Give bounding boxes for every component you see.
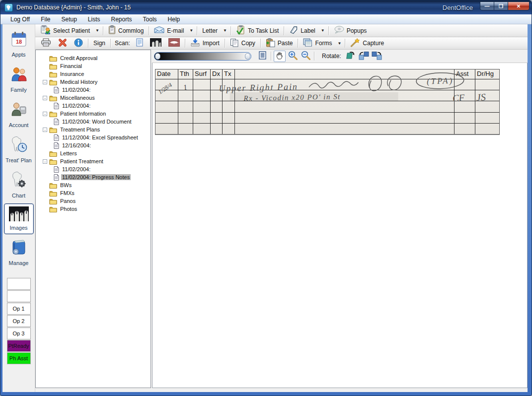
ph-asst-button[interactable]: Ph Asst bbox=[7, 352, 31, 364]
collapse-toggle[interactable]: - bbox=[43, 159, 47, 164]
rotate-left-button[interactable] bbox=[358, 51, 370, 62]
tree-item-credit-approval[interactable]: Credit Approval bbox=[43, 54, 150, 62]
crop-tool-button[interactable] bbox=[256, 51, 268, 62]
slider-knob-left[interactable] bbox=[155, 53, 160, 60]
rotate-right-button[interactable] bbox=[371, 51, 383, 62]
to-task-list-button[interactable]: To Task List bbox=[232, 25, 282, 36]
menu-help[interactable]: Help bbox=[163, 15, 185, 24]
label-dropdown[interactable]: ▼ bbox=[319, 25, 327, 36]
op-slot-empty-1[interactable] bbox=[7, 278, 31, 290]
copy-button[interactable]: Copy bbox=[227, 38, 259, 49]
collapse-toggle[interactable]: - bbox=[43, 80, 47, 84]
print-button[interactable] bbox=[37, 38, 55, 49]
paste-button[interactable]: Paste bbox=[262, 38, 297, 49]
image-canvas[interactable]: Date Tth Surf Dx Tx Asst Dr/Hg bbox=[152, 63, 528, 388]
select-patient-button[interactable]: Select Patient bbox=[37, 25, 93, 36]
folder-icon bbox=[49, 79, 57, 85]
menu-reports[interactable]: Reports bbox=[106, 15, 137, 24]
tree-item-miscellaneous[interactable]: -Miscellaneous bbox=[43, 94, 150, 102]
menu-tools[interactable]: Tools bbox=[138, 15, 162, 24]
menu-log-off[interactable]: Log Off bbox=[5, 15, 35, 24]
collapse-toggle[interactable]: - bbox=[43, 112, 47, 116]
tree-item-document[interactable]: 11/02/2004: bbox=[43, 102, 150, 110]
menu-file[interactable]: File bbox=[36, 15, 55, 24]
scan-xray-button[interactable] bbox=[147, 38, 165, 49]
tree-item-patient-information[interactable]: -Patient Information bbox=[43, 110, 150, 118]
label-button[interactable]: Label bbox=[286, 25, 318, 36]
capture-button[interactable]: Capture bbox=[347, 38, 387, 49]
folder-icon bbox=[49, 190, 57, 197]
import-button[interactable]: Import bbox=[187, 38, 223, 49]
task-list-icon bbox=[236, 25, 245, 36]
op-1-button[interactable]: Op 1 bbox=[7, 303, 31, 315]
minimize-button[interactable]: — bbox=[480, 1, 494, 10]
collapse-toggle[interactable]: - bbox=[43, 96, 47, 100]
sidebar-item-family[interactable]: Family bbox=[4, 63, 34, 96]
paste-label: Paste bbox=[278, 40, 293, 47]
tree-item-document[interactable]: 11/02/2004: bbox=[43, 86, 150, 94]
toolbar-separator bbox=[345, 39, 345, 48]
collapse-toggle[interactable]: - bbox=[43, 128, 47, 132]
zoom-out-button[interactable] bbox=[300, 51, 311, 62]
menu-bar: Log Off File Setup Lists Reports Tools H… bbox=[0, 14, 532, 24]
brightness-contrast-slider[interactable] bbox=[154, 52, 251, 61]
delete-button[interactable] bbox=[55, 38, 71, 49]
scanned-progress-note[interactable]: Date Tth Surf Dx Tx Asst Dr/Hg bbox=[155, 69, 500, 135]
tree-item-panos[interactable]: Panos bbox=[43, 197, 150, 205]
tree-item-bws[interactable]: BWs bbox=[43, 181, 150, 189]
rotate-left-icon bbox=[358, 51, 370, 62]
commlog-button[interactable]: Commlog bbox=[105, 25, 147, 36]
close-button[interactable]: ✕ bbox=[508, 1, 530, 10]
slider-knob-right[interactable] bbox=[245, 53, 250, 60]
forms-button[interactable]: Forms bbox=[300, 38, 335, 49]
sidebar-item-manage[interactable]: Manage bbox=[4, 236, 34, 269]
sidebar-item-appts[interactable]: 18 Appts bbox=[4, 27, 34, 61]
tree-item-medical-history[interactable]: -Medical History bbox=[43, 78, 150, 86]
menu-lists[interactable]: Lists bbox=[83, 15, 105, 24]
sidebar-item-account[interactable]: Account bbox=[4, 98, 34, 132]
sidebar-item-images[interactable]: Images bbox=[4, 203, 34, 234]
label-label: Label bbox=[301, 27, 315, 34]
info-button[interactable] bbox=[71, 38, 86, 49]
tree-item-document[interactable]: 11/02/2004: bbox=[43, 165, 150, 173]
tree-item-letters[interactable]: Letters bbox=[43, 149, 150, 157]
tree-item-document[interactable]: 11/12/2004: Excel Spreadsheet bbox=[43, 133, 150, 141]
zoom-in-button[interactable] bbox=[287, 51, 299, 62]
forms-dropdown[interactable]: ▼ bbox=[335, 38, 343, 49]
op-slot-empty-2[interactable] bbox=[7, 290, 31, 302]
tree-item-insurance[interactable]: Insurance bbox=[43, 70, 150, 78]
viewer-toolbar: Rotate: bbox=[152, 50, 528, 63]
email-button[interactable]: E-mail bbox=[151, 25, 187, 36]
letter-dropdown[interactable]: ▼ bbox=[221, 25, 229, 36]
sidebar-item-chart[interactable]: Chart bbox=[4, 168, 34, 202]
sign-button[interactable]: Sign bbox=[90, 38, 109, 49]
letter-button[interactable]: Letter bbox=[199, 25, 221, 36]
sidebar-item-treat-plan[interactable]: Treat' Plan bbox=[4, 133, 34, 167]
flip-button[interactable] bbox=[345, 51, 357, 62]
tree-item-fmxs[interactable]: FMXs bbox=[43, 189, 150, 197]
toolbar-separator bbox=[230, 26, 231, 35]
menu-setup[interactable]: Setup bbox=[56, 15, 81, 24]
pan-tool-button[interactable] bbox=[274, 51, 286, 62]
zoom-out-icon bbox=[301, 51, 310, 62]
tree-item-financial[interactable]: Financial bbox=[43, 62, 150, 70]
select-patient-dropdown[interactable]: ▼ bbox=[93, 25, 101, 36]
email-dropdown[interactable]: ▼ bbox=[187, 25, 195, 36]
scan-photo-button[interactable] bbox=[165, 38, 183, 49]
import-label: Import bbox=[203, 40, 220, 47]
tree-item-photos[interactable]: Photos bbox=[43, 205, 150, 213]
sidebar-item-label: Chart bbox=[12, 193, 25, 198]
op-2-button[interactable]: Op 2 bbox=[7, 315, 31, 327]
tree-item-patient-treatment[interactable]: -Patient Treatment bbox=[43, 157, 150, 165]
maximize-button[interactable]: ❐ bbox=[494, 1, 508, 10]
popups-button[interactable]: Popups bbox=[330, 25, 371, 36]
op-3-button[interactable]: Op 3 bbox=[7, 328, 31, 339]
folder-icon bbox=[49, 111, 57, 117]
tree-item-document[interactable]: 11/02/2004: Word Document bbox=[43, 118, 150, 126]
tree-item-document[interactable]: 12/16/2004: bbox=[43, 141, 150, 149]
tree-item-treatment-plans[interactable]: -Treatment Plans bbox=[43, 126, 150, 133]
pt-ready-button[interactable]: PtReady bbox=[7, 340, 31, 352]
tree-item-progress-notes-selected[interactable]: 11/02/2004: Progress Notes bbox=[43, 173, 150, 181]
sidebar-item-label: Appts bbox=[11, 52, 25, 58]
scan-document-button[interactable] bbox=[133, 38, 147, 49]
